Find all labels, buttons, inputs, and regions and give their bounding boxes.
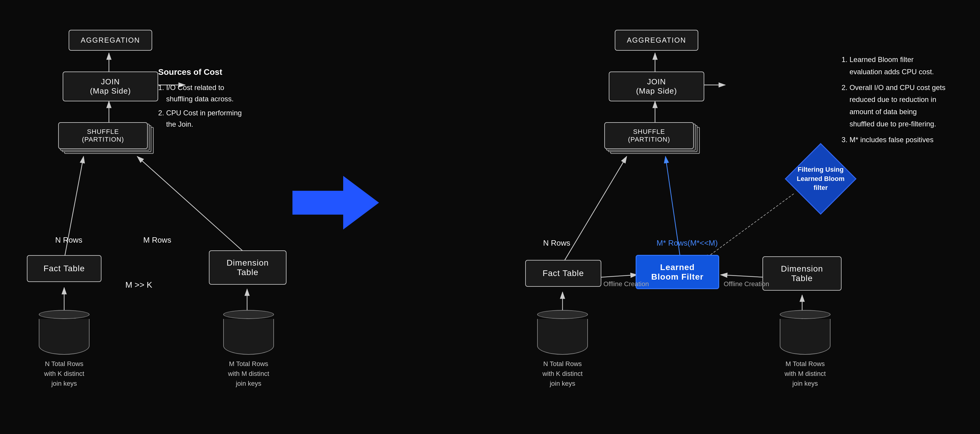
right-aggregation-box: AGGREGATION	[615, 30, 698, 51]
left-fact-cylinder: N Total Rowswith K distinctjoin keys	[39, 310, 89, 388]
arrows-svg	[0, 0, 980, 434]
svg-marker-10	[293, 176, 379, 230]
left-join-box: JOIN(Map Side)	[63, 71, 158, 101]
right-mstar-rows-label: M* Rows(M*<<M)	[657, 238, 718, 248]
left-mgtk-label: M >> K	[125, 280, 152, 290]
left-aggregation-box: AGGREGATION	[68, 30, 152, 51]
svg-line-16	[601, 275, 637, 277]
left-m-rows-label: M Rows	[143, 236, 171, 245]
left-n-rows-label: N Rows	[55, 236, 82, 245]
right-join-box: JOIN(Map Side)	[609, 71, 704, 101]
notes-box: 1. Learned Bloom filter evaluation adds …	[842, 54, 973, 146]
left-fact-table-box: Fact Table	[27, 255, 102, 282]
offline-creation-right-label: Offline Creation	[724, 280, 769, 288]
diagram-container: AGGREGATION JOIN(Map Side) SHUFFLE(PARTI…	[0, 0, 980, 434]
left-dim-cylinder: M Total Rowswith M distinctjoin keys	[223, 310, 274, 388]
left-dim-table-box: DimensionTable	[209, 250, 286, 285]
svg-line-18	[704, 194, 794, 259]
right-fact-table-box: Fact Table	[525, 260, 601, 287]
svg-line-17	[721, 275, 764, 277]
svg-line-14	[563, 157, 627, 264]
filtering-diamond-wrapper: Filtering UsingLearned Bloomfilter	[788, 146, 853, 212]
filtering-diamond-text: Filtering UsingLearned Bloomfilter	[788, 146, 853, 212]
right-dim-table-box: DimensionTable	[762, 257, 842, 291]
right-fact-cylinder: N Total Rowswith K distinctjoin keys	[537, 310, 588, 388]
right-dim-cylinder: M Total Rowswith M distinctjoin keys	[780, 310, 830, 388]
offline-creation-left-label: Offline Creation	[603, 280, 649, 288]
right-n-rows-label: N Rows	[543, 238, 570, 248]
sources-of-cost: Sources of Cost 1. I/O Cost related to s…	[158, 66, 283, 130]
